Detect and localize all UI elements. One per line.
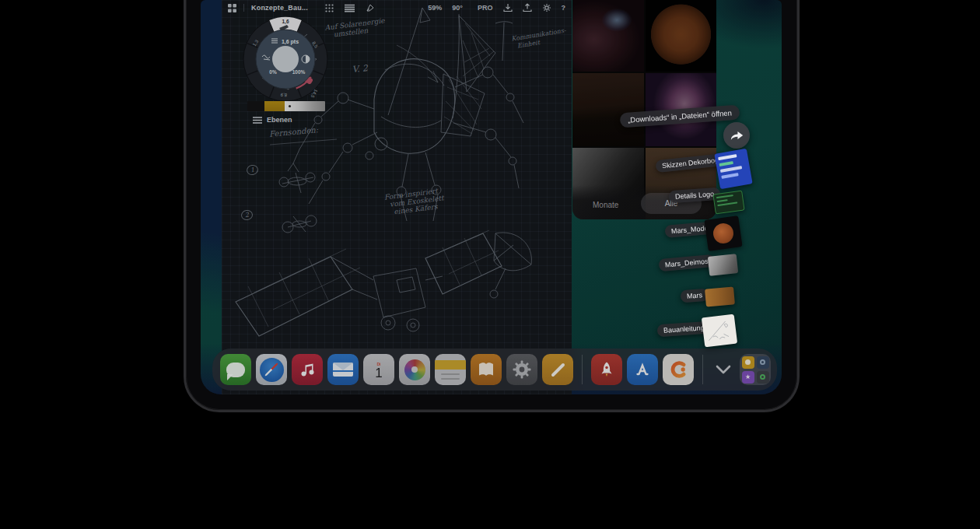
stage: Auf Solarenergie umstellen V. 2 Kommunik…: [0, 0, 980, 529]
share-forward-button[interactable]: [723, 122, 750, 149]
drag-thumb-deimos[interactable]: [708, 254, 738, 276]
drag-thumb-sticker-sheet[interactable]: [714, 149, 752, 190]
drag-thumb-mars[interactable]: [705, 286, 735, 307]
drag-thumb-mars-model[interactable]: [704, 215, 742, 251]
ipad-screen: Auf Solarenergie umstellen V. 2 Kommunik…: [201, 0, 782, 394]
drag-layer: „Downloads“ in „Dateien“ öffnen Skizzen …: [201, 0, 782, 394]
drag-item-label[interactable]: Mars_Deimos: [658, 254, 715, 272]
forward-arrow-icon: [729, 129, 744, 142]
downloads-toast: „Downloads“ in „Dateien“ öffnen: [620, 105, 740, 128]
drag-thumb-logo[interactable]: [712, 190, 744, 214]
drag-thumb-instructions[interactable]: [702, 314, 737, 348]
